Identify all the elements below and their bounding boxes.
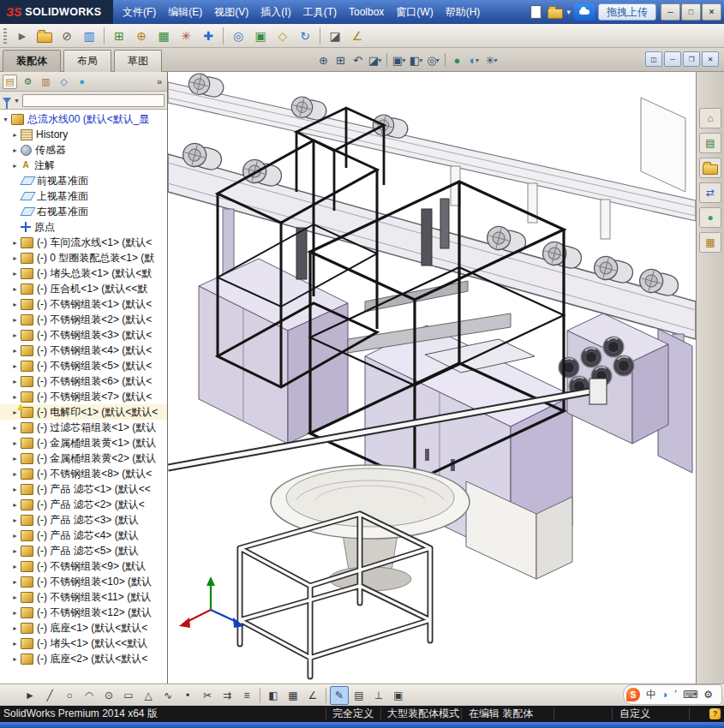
tree-item[interactable]: ►(-) 底座<2> (默认<默认<: [0, 651, 167, 666]
expander-icon[interactable]: ►: [12, 379, 21, 385]
filter-funnel-icon[interactable]: [3, 98, 11, 104]
menu-help[interactable]: 帮助(H): [440, 0, 487, 24]
3d-sketch-icon[interactable]: ▣: [389, 686, 408, 705]
cloud-upload-icon[interactable]: [574, 3, 595, 21]
move-component-icon[interactable]: ✚: [198, 26, 218, 46]
menu-view[interactable]: 视图(V): [208, 0, 254, 24]
tree-item[interactable]: ►(-) 不锈钢组装<6> (默认<: [0, 373, 167, 389]
tab-layout[interactable]: 布局: [63, 50, 111, 72]
previous-view-icon[interactable]: ↶: [350, 51, 366, 69]
dropdown-caret-icon[interactable]: ▾: [419, 57, 422, 64]
ellipse-tool-icon[interactable]: ⊙: [99, 686, 118, 705]
propertymanager-tab[interactable]: ⚙: [21, 75, 35, 89]
tree-item[interactable]: ►History: [0, 127, 167, 142]
motion-study-icon[interactable]: ↻: [295, 26, 315, 46]
tree-item[interactable]: ►传感器: [0, 142, 167, 158]
expander-icon[interactable]: ►: [12, 533, 21, 539]
menu-toolbox[interactable]: Toolbox: [343, 0, 390, 24]
tree-item[interactable]: ▼总流水线00 (默认<默认_显: [0, 111, 167, 127]
chinese-english-toggle-icon[interactable]: 中: [646, 686, 656, 703]
displaymanager-tab[interactable]: ●: [75, 75, 89, 89]
sketch-pattern-icon[interactable]: ▦: [284, 686, 302, 705]
tree-item[interactable]: ►(-) 产品 滤芯<5> (默认: [0, 543, 167, 558]
expander-icon[interactable]: ►: [12, 564, 21, 570]
tree-item[interactable]: ►(-) 不锈钢组装<8> (默认<: [0, 466, 167, 481]
maximize-button[interactable]: □: [681, 3, 701, 21]
expander-icon[interactable]: ▼: [3, 116, 11, 122]
fullhalf-width-icon[interactable]: ◗: [662, 686, 668, 703]
expander-icon[interactable]: ►: [12, 147, 21, 153]
expander-icon[interactable]: ►: [12, 579, 21, 585]
expander-icon[interactable]: ►: [12, 163, 21, 169]
tree-item[interactable]: ►(-) 车间流水线<1> (默认<: [0, 235, 167, 250]
section-view-icon[interactable]: ◪▾: [367, 51, 383, 69]
expander-icon[interactable]: ►: [12, 471, 21, 477]
offset-entities-icon[interactable]: ≡: [237, 686, 256, 705]
hide-show-items-icon[interactable]: ◎▾: [425, 51, 441, 69]
linear-pattern-icon[interactable]: ▦: [153, 26, 174, 46]
convert-entities-icon[interactable]: ⇉: [218, 686, 236, 705]
expander-icon[interactable]: ►: [12, 317, 21, 323]
tree-item[interactable]: ►(-) 产品 滤芯<4> (默认: [0, 528, 167, 543]
expander-icon[interactable]: ►: [12, 610, 21, 616]
upload-button[interactable]: 拖拽上传: [598, 3, 656, 21]
dropdown-caret-icon[interactable]: ▾: [378, 57, 381, 64]
expander-icon[interactable]: ►: [12, 286, 21, 292]
trim-tool-icon[interactable]: ✂: [198, 686, 217, 705]
expander-icon[interactable]: ►: [12, 363, 21, 369]
normal-to-icon[interactable]: ⊥: [369, 686, 388, 705]
tree-item[interactable]: ►(-) 产品 滤芯<2> (默认<: [0, 497, 167, 512]
machine-cabinet-left[interactable]: [199, 259, 348, 444]
child-restore-button[interactable]: ❐: [683, 51, 700, 67]
select-arrow-icon[interactable]: ►: [21, 686, 39, 705]
expander-icon[interactable]: ►: [12, 271, 21, 277]
tree-item[interactable]: ►(-) 不锈钢组装<12> (默认: [0, 605, 167, 620]
rectangle-tool-icon[interactable]: ▭: [119, 686, 138, 705]
toolbar-grip[interactable]: [3, 28, 7, 44]
panel-expand-chevron[interactable]: »: [154, 76, 165, 87]
appearances-scenes-icon[interactable]: ●: [699, 207, 721, 228]
expander-icon[interactable]: ►: [12, 641, 21, 647]
featuremanager-tree-tab[interactable]: ▤: [3, 75, 17, 89]
insert-component-icon[interactable]: ⊞: [109, 26, 129, 46]
dropdown-caret-icon[interactable]: ▾: [436, 57, 440, 64]
help-icon[interactable]: ?: [709, 708, 721, 719]
tree-item[interactable]: ►(-) 过滤芯箱组装<1> (默认: [0, 420, 167, 435]
tree-item[interactable]: ►(-) 底座<1> (默认<默认<: [0, 620, 167, 636]
tree-item[interactable]: ►(-) 不锈钢组装<2> (默认<: [0, 312, 167, 327]
tree-item[interactable]: 前视基准面: [0, 173, 167, 188]
expander-icon[interactable]: ►: [12, 332, 21, 338]
open-folder-icon[interactable]: [547, 3, 564, 21]
sketch-toggle-icon[interactable]: ✎: [330, 686, 349, 705]
spline-tool-icon[interactable]: ∿: [159, 686, 177, 705]
menu-edit[interactable]: 编辑(E): [162, 0, 208, 24]
expander-icon[interactable]: ►: [12, 656, 21, 662]
tree-item[interactable]: ►(-) 堵头总装<1> (默认<默: [0, 266, 167, 281]
soft-keyboard-icon[interactable]: ⌨: [683, 686, 697, 703]
expander-icon[interactable]: ►: [12, 502, 21, 508]
tree-item[interactable]: ►(-) 0 型圈装配总装<1> (默: [0, 250, 167, 266]
configurationmanager-tab[interactable]: ▥: [39, 75, 53, 89]
tree-filter-input[interactable]: [22, 94, 165, 107]
child-cascade-button[interactable]: ◫: [645, 51, 662, 67]
expander-icon[interactable]: ►: [12, 255, 21, 261]
edit-appearance-icon[interactable]: ●: [449, 51, 465, 69]
select-icon[interactable]: ►: [12, 26, 33, 46]
menu-window[interactable]: 窗口(W): [390, 0, 439, 24]
design-library-icon[interactable]: ▤: [699, 133, 721, 153]
menu-file[interactable]: 文件(F): [117, 0, 162, 24]
view-palette-icon[interactable]: ⇄: [699, 182, 721, 203]
tab-assembly[interactable]: 装配体: [3, 50, 61, 72]
tab-sketch[interactable]: 草图: [114, 50, 162, 72]
tree-item[interactable]: ►(-) 产品 滤芯<3> (默认: [0, 512, 167, 528]
view-settings-icon[interactable]: ✳▾: [483, 51, 500, 69]
tree-item[interactable]: ►(-) 电解印<1> (默认<默认<: [0, 404, 167, 420]
expander-icon[interactable]: ►: [12, 132, 21, 138]
tree-item[interactable]: 上视基准面: [0, 188, 167, 204]
attach-icon[interactable]: ⊘: [57, 26, 77, 46]
tree-item[interactable]: ►(-) 不锈钢组装<9> (默认: [0, 558, 167, 574]
support-table[interactable]: [240, 514, 430, 677]
tree-item[interactable]: ►(-) 压合机<1> (默认<<默: [0, 281, 167, 296]
expander-icon[interactable]: ►: [12, 486, 21, 492]
tree-item[interactable]: ►(-) 不锈钢组装<10> (默认: [0, 574, 167, 589]
